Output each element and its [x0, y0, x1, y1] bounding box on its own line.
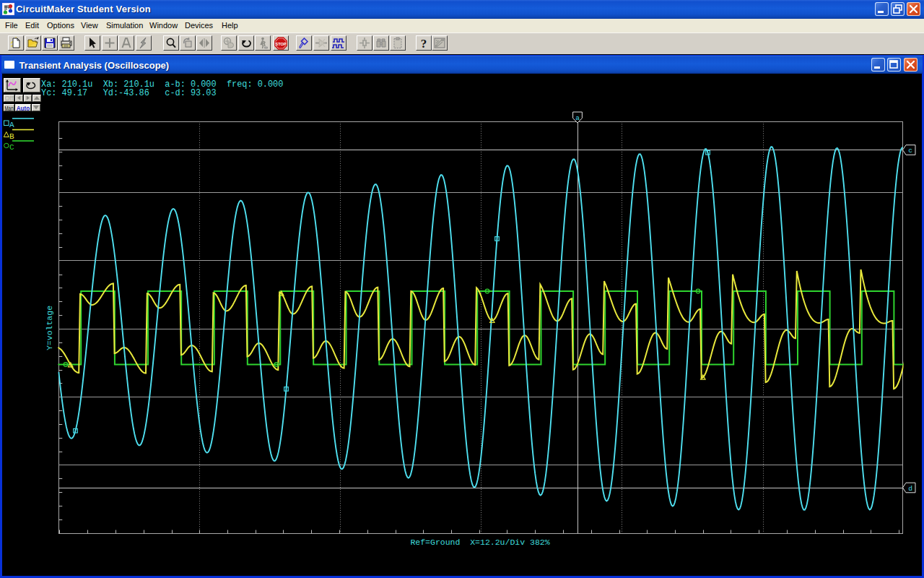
svg-text:?: ?	[420, 37, 427, 51]
svg-text:B: B	[9, 132, 14, 141]
svg-text:Ref=Ground X=12.2u/Div 382%: Ref=Ground X=12.2u/Div 382%	[410, 538, 549, 547]
svg-text:STOP: STOP	[275, 42, 286, 46]
svg-text:C: C	[9, 143, 14, 152]
svg-text:c: c	[908, 147, 912, 155]
svg-text:d: d	[908, 485, 912, 493]
svg-text:a: a	[575, 114, 580, 122]
svg-text:A: A	[9, 121, 14, 129]
svg-text:Y=voltage: Y=voltage	[45, 306, 54, 350]
